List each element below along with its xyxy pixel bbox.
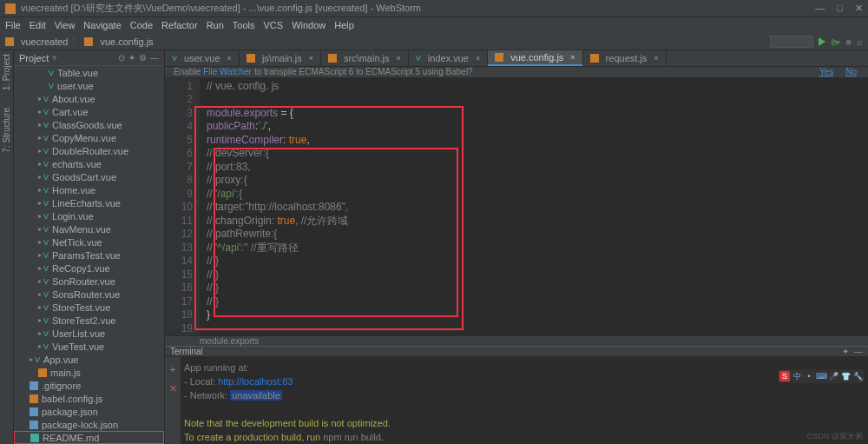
minimize-button[interactable]: — [815,3,825,14]
tree-item[interactable]: ▸VHome.vue [14,183,164,196]
tree-item[interactable]: ▸VVueTest.vue [14,340,164,353]
tree-item[interactable]: ▸VStoreTest2.vue [14,314,164,327]
ime-skin-icon[interactable]: 👕 [840,371,851,381]
project-dropdown-icon[interactable]: ▾ [52,52,57,63]
menu-help[interactable]: Help [334,20,354,30]
hide-icon[interactable]: — [150,53,159,63]
tree-item[interactable]: ▸VReCopy1.vue [14,262,164,275]
editor-tab[interactable]: src\main.js× [321,50,409,66]
tree-item[interactable]: ▸VSonRouter.vue [14,275,164,288]
stop-icon[interactable]: ■ [845,36,852,47]
tree-item[interactable]: Vuser.vue [14,79,164,92]
ime-punct-icon[interactable]: • [804,371,814,381]
collapse-icon[interactable]: ⊙ [118,53,125,63]
terminal-close-icon[interactable]: ✕ [169,381,177,395]
menu-code[interactable]: Code [130,20,153,30]
menu-vcs[interactable]: VCS [264,20,284,30]
editor-tab[interactable]: js\main.js× [240,50,321,66]
tree-item[interactable]: ▸VNavMenu.vue [14,222,164,235]
tree-item[interactable]: ▸VUserList.vue [14,327,164,340]
editor-tab[interactable]: vue.config.js× [488,50,582,66]
tree-item[interactable]: ▸VCart.vue [14,105,164,118]
editor-tab[interactable]: request.js× [583,50,667,66]
debug-icon[interactable]: ⌲ [831,36,840,47]
tree-item[interactable]: .gitignore [14,379,164,392]
tree-item[interactable]: ▸VGoodsCart.vue [14,170,164,183]
ime-keyboard-icon[interactable]: ⌨ [816,371,826,381]
tree-item[interactable]: ▸VClassGoods.vue [14,118,164,131]
tree-item[interactable]: ▸VLineEcharts.vue [14,196,164,209]
tool-tab-project[interactable]: 1: Project [2,54,11,90]
menu-navigate[interactable]: Navigate [83,20,121,30]
ime-toolbar[interactable]: S 中 • ⌨ 🎤 👕 🔧 [778,369,865,383]
search-icon[interactable]: ⌕ [857,36,863,47]
editor-tab[interactable]: Vindex.vue× [409,50,488,66]
menu-file[interactable]: File [5,20,21,30]
tree-label: About.vue [52,94,95,104]
vue-icon: V [43,134,49,142]
tree-item[interactable]: ▸VDoubleRouter.vue [14,144,164,157]
tree-item[interactable]: package-lock.json [14,418,164,431]
menu-run[interactable]: Run [207,20,224,30]
tab-close-icon[interactable]: × [397,54,401,63]
tree-item[interactable]: VTable.vue [14,66,164,79]
code-editor[interactable]: // vue. config. js module.exports = { pu… [200,78,868,336]
tree-item[interactable]: README.md [14,431,164,444]
project-tree[interactable]: VTable.vueVuser.vue▸VAbout.vue▸VCart.vue… [14,66,164,444]
tab-close-icon[interactable]: × [227,54,232,63]
tree-item[interactable]: main.js [14,366,164,379]
notice-no[interactable]: No [845,67,857,76]
ime-lang-icon[interactable]: 中 [792,371,802,381]
js-icon [247,54,255,63]
tree-item[interactable]: ▸VApp.vue [14,353,164,366]
tree-item[interactable]: ▸VLogin.vue [14,209,164,222]
terminal-hide-icon[interactable]: — [854,347,863,356]
local-url[interactable]: http://localhost:83 [218,376,293,387]
notice-yes[interactable]: Yes [819,67,833,76]
tree-item[interactable]: package.json [14,405,164,418]
editor-tab[interactable]: Vuser.vue× [165,50,240,66]
ime-logo-icon[interactable]: S [779,371,790,381]
tab-close-icon[interactable]: × [476,54,480,63]
js-icon [495,53,503,62]
breadcrumb-file[interactable]: vue.config.js [84,36,153,47]
expand-icon[interactable]: ✦ [128,53,135,63]
tree-item[interactable]: ▸VNetTick.vue [14,235,164,249]
term-running: App running at: [184,361,868,374]
terminal-title[interactable]: Terminal [170,347,203,356]
run-button-icon[interactable] [819,37,825,46]
breadcrumb-separator: 〉 [71,35,81,48]
terminal-add-icon[interactable]: + [170,362,175,376]
tool-tab-structure[interactable]: 7: Structure [2,108,11,153]
menu-edit[interactable]: Edit [30,20,46,30]
ime-mic-icon[interactable]: 🎤 [828,371,838,381]
terminal-output[interactable]: + ✕ App running at: - Local: http://loca… [165,357,868,444]
menu-window[interactable]: Window [292,20,326,30]
vue-icon: V [416,54,421,63]
terminal-settings-icon[interactable]: ✦ [842,347,849,356]
tab-close-icon[interactable]: × [309,54,313,63]
code-breadcrumb[interactable]: module.exports [165,335,868,346]
tab-close-icon[interactable]: × [570,53,575,62]
vue-icon: V [172,54,177,63]
tree-item[interactable]: ▸VAbout.vue [14,92,164,105]
file-watcher-link[interactable]: File Watcher [203,67,252,76]
tree-item[interactable]: babel.config.js [14,392,164,405]
maximize-button[interactable]: □ [837,3,843,14]
tree-item[interactable]: ▸VParamsTest.vue [14,249,164,262]
tree-label: README.md [43,433,99,443]
settings-icon[interactable]: ⚙ [139,53,147,63]
tab-close-icon[interactable]: × [654,54,658,63]
close-button[interactable]: ✕ [855,3,863,14]
tree-item[interactable]: ▸Vecharts.vue [14,157,164,170]
tree-item[interactable]: ▸VStoreTest.vue [14,301,164,314]
menu-tools[interactable]: Tools [233,20,255,30]
js-icon [38,368,47,377]
tree-item[interactable]: ▸VCopyMenu.vue [14,131,164,144]
menu-view[interactable]: View [55,20,76,30]
menu-refactor[interactable]: Refactor [161,20,198,30]
tree-item[interactable]: ▸VSonsRouter.vue [14,288,164,301]
breadcrumb-root[interactable]: vuecreated [5,36,68,47]
run-config-select[interactable] [770,36,813,48]
ime-tool-icon[interactable]: 🔧 [852,371,863,381]
